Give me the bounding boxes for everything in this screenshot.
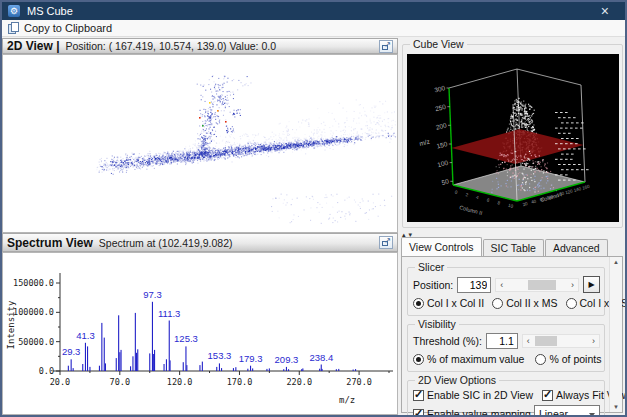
density-map[interactable] [3,55,397,232]
view-options-group: 2D View Options Enable SIC in 2D View Al… [407,380,605,417]
radio-col2-x-ms-label[interactable]: Col II x MS [506,297,557,309]
radio-percent-points[interactable] [535,354,546,365]
svg-text:270.0: 270.0 [346,377,372,387]
toolbar: Copy to Clipboard [2,20,625,37]
svg-text:50000.0: 50000.0 [18,337,54,347]
svg-text:153.3: 153.3 [208,350,232,361]
scroll-left-icon[interactable]: ‹ [523,335,534,347]
copy-to-clipboard-button[interactable]: Copy to Clipboard [2,21,118,36]
view2d-plot[interactable] [2,54,398,233]
radio-percent-points-label[interactable]: % of points [549,353,601,365]
slicer-group-title: Slicer [415,261,447,273]
cube-view-group: Cube View 30025020015010050m/z2040608010… [402,44,623,228]
scroll-up-icon[interactable]: ▲ [613,259,619,265]
svg-text:41.3: 41.3 [76,330,95,341]
mapping-select[interactable]: Linear [534,405,600,417]
radio-col1-x-col2[interactable] [413,298,424,309]
svg-text:209.3: 209.3 [275,354,299,365]
checkbox-enable-sic[interactable] [413,390,424,401]
cube-3d-plot[interactable]: 30025020015010050m/z20406080100120140160… [407,54,619,222]
spectrum-plot[interactable]: 0.050000.0100000.0150000.020.070.0120.01… [2,252,398,415]
radio-percent-max-label[interactable]: % of maximum value [427,353,524,365]
svg-text:0.0: 0.0 [39,366,54,376]
play-button[interactable]: ▶ [583,276,600,293]
svg-text:70.0: 70.0 [110,377,130,387]
scroll-left-icon[interactable]: ‹ [496,279,507,291]
checkbox-enable-sic-label[interactable]: Enable SIC in 2D View [427,389,533,401]
svg-text:179.3: 179.3 [239,353,263,364]
checkbox-always-fit[interactable] [542,390,553,401]
svg-text:170.0: 170.0 [227,377,253,387]
svg-text:29.3: 29.3 [62,346,81,357]
app-icon: ⚙ [8,5,20,17]
scroll-right-icon[interactable]: › [567,279,578,291]
tab-sic-table[interactable]: SIC Table [483,239,544,256]
spectrum-title: Spectrum View [7,236,93,250]
threshold-input[interactable] [486,333,518,349]
panel-vertical-scrollbar[interactable]: ▲ ▼ [609,257,622,412]
right-panel: Cube View 30025020015010050m/z2040608010… [399,38,625,415]
svg-text:120.0: 120.0 [167,377,193,387]
position-scrollbar[interactable]: ‹ › [495,278,579,292]
checkbox-value-mapping-label[interactable]: Enable value mapping [427,408,531,417]
scroll-down-icon[interactable]: ▼ [613,404,619,410]
ms-cube-window: ⚙ MS Cube × Copy to Clipboard 2D View | … [0,0,627,417]
svg-text:Intensity: Intensity [6,300,16,349]
view-controls-panel: Slicer Position: ‹ › ▶ [401,256,623,413]
slicer-group: Slicer Position: ‹ › ▶ [407,267,605,316]
svg-text:111.3: 111.3 [158,308,180,319]
cube-view-title: Cube View [410,38,467,50]
radio-col2-x-ms[interactable] [492,298,503,309]
visibility-group-title: Visibility [415,318,459,330]
radio-col1-x-col2-label[interactable]: Col I x Col II [427,297,484,309]
tab-view-controls[interactable]: View Controls [401,237,482,256]
view2d-title: 2D View | [7,39,60,53]
svg-text:100000.0: 100000.0 [13,307,54,317]
svg-text:125.3: 125.3 [174,333,198,344]
window-title: MS Cube [27,5,73,17]
title-bar[interactable]: ⚙ MS Cube × [2,2,625,20]
view-options-group-title: 2D View Options [415,374,499,386]
position-scroll-thumb[interactable] [528,280,556,290]
spectrum-subtitle: Spectrum at (102.419,9.082) [99,237,233,249]
threshold-label: Threshold (%): [413,335,482,347]
spectrum-chart[interactable]: 0.050000.0100000.0150000.020.070.0120.01… [3,253,397,414]
svg-text:150000.0: 150000.0 [13,278,54,288]
cube-view-3d[interactable]: 30025020015010050m/z20406080100120140160… [407,54,619,222]
tab-advanced[interactable]: Advanced [545,239,608,256]
threshold-scroll-thumb[interactable] [535,336,557,346]
position-input[interactable] [457,277,491,293]
view2d-popout-button[interactable]: ↗ [379,40,393,53]
spectrum-popout-button[interactable]: ↗ [379,236,393,249]
view2d-header: 2D View | Position: ( 167.419, 10.574, 1… [2,38,398,54]
tab-bar: View Controls SIC Table Advanced [401,238,609,256]
play-icon: ▶ [588,280,594,289]
svg-text:238.4: 238.4 [309,352,333,363]
radio-percent-max[interactable] [413,354,424,365]
radio-col1-x-ms[interactable] [566,298,577,309]
close-button[interactable]: × [595,4,615,18]
scroll-right-icon[interactable]: › [588,335,599,347]
svg-text:97.3: 97.3 [143,289,162,300]
visibility-group: Visibility Threshold (%): ‹ › % of maxim… [407,324,605,372]
checkbox-value-mapping[interactable] [413,409,424,417]
threshold-scrollbar[interactable]: ‹ › [522,334,600,348]
chevron-down-icon [589,413,595,417]
spectrum-header: Spectrum View Spectrum at (102.419,9.082… [2,233,398,252]
svg-text:20.0: 20.0 [50,377,70,387]
svg-text:220.0: 220.0 [286,377,312,387]
copy-to-clipboard-label: Copy to Clipboard [24,22,112,34]
svg-text:m/z: m/z [339,395,355,405]
position-label: Position: [413,279,453,291]
mapping-select-value: Linear [539,408,568,417]
view2d-position-readout: Position: ( 167.419, 10.574, 139.0) Valu… [66,40,277,52]
copy-icon [8,22,20,35]
